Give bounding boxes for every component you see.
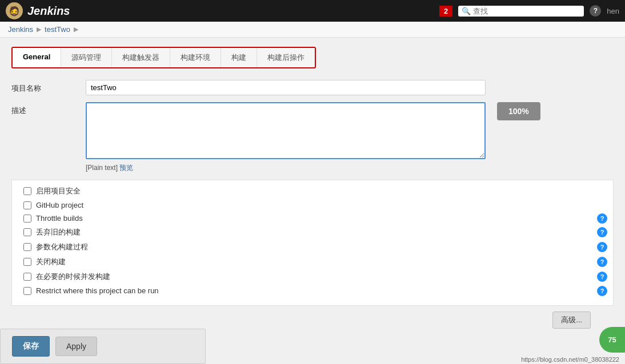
tabs-container: General 源码管理 构建触发器 构建环境 构建 构建后操作 (11, 47, 316, 68)
checkbox-throttle[interactable] (23, 215, 31, 223)
green-circle-badge: 75 (599, 327, 625, 349)
help-icon-throttle[interactable]: ? (597, 213, 607, 224)
checkbox-restrict[interactable] (23, 287, 31, 295)
advanced-button[interactable]: 高级... (552, 312, 591, 329)
tab-env[interactable]: 构建环境 (170, 48, 221, 67)
header: 🧔 Jenkins 2 🔍 ? hen (0, 0, 625, 22)
form-section: 项目名称 描述 [Plain text] 预览 100% 启用项 (11, 80, 614, 340)
preview-link[interactable]: 预览 (119, 164, 133, 172)
checkbox-row-4: 参数化构建过程 ? (12, 242, 613, 252)
main-content: General 源码管理 构建触发器 构建环境 构建 构建后操作 项目名称 描述 (0, 38, 625, 349)
search-icon: 🔍 (462, 7, 471, 15)
notification-badge[interactable]: 2 (439, 6, 452, 17)
project-name-row: 项目名称 (11, 80, 614, 95)
tab-post-build[interactable]: 构建后操作 (257, 48, 315, 67)
checkbox-label-5: 关闭构建 (36, 257, 66, 267)
checkbox-project-security[interactable] (23, 187, 31, 195)
plain-text-label: [Plain text] (86, 164, 118, 172)
bottom-bar: 保存 Apply (0, 329, 206, 349)
checkbox-label-7: Restrict where this project can be run (36, 286, 159, 295)
description-control: [Plain text] 预览 (86, 102, 486, 173)
breadcrumb-testtwo[interactable]: testTwo (45, 25, 70, 34)
checkbox-row-1: GitHub project (12, 201, 613, 209)
help-icon-restrict[interactable]: ? (597, 286, 607, 296)
checkbox-label-1: GitHub project (36, 201, 83, 209)
checkbox-label-6: 在必要的时候并发构建 (36, 272, 110, 282)
plain-text-row: [Plain text] 预览 (86, 163, 486, 173)
checkbox-label-3: 丢弃旧的构建 (36, 227, 81, 237)
description-input[interactable] (86, 102, 486, 159)
apply-button[interactable]: Apply (55, 337, 97, 349)
breadcrumb-jenkins[interactable]: Jenkins (8, 25, 33, 34)
checkbox-disable-build[interactable] (23, 258, 31, 266)
project-name-label: 项目名称 (11, 80, 86, 94)
jenkins-icon: 🧔 (6, 2, 23, 19)
help-icon-discard[interactable]: ? (597, 227, 607, 237)
checkbox-label-4: 参数化构建过程 (36, 242, 88, 252)
progress-pill: 100% (497, 102, 540, 120)
advanced-btn-row: 高级... (11, 312, 614, 329)
help-icon-concurrent[interactable]: ? (597, 272, 607, 282)
checkbox-row-3: 丢弃旧的构建 ? (12, 227, 613, 237)
tab-build[interactable]: 构建 (221, 48, 257, 67)
app-title: Jenkins (27, 5, 70, 18)
checkboxes-area: 启用项目安全 GitHub project Throttle builds ? … (11, 180, 614, 306)
project-name-input[interactable] (86, 80, 486, 95)
checkbox-github[interactable] (23, 201, 31, 209)
search-box: 🔍 (458, 6, 584, 17)
checkbox-parameterize[interactable] (23, 243, 31, 251)
checkbox-discard-old[interactable] (23, 228, 31, 236)
help-icon-parameterize[interactable]: ? (597, 242, 607, 252)
logo-area: 🧔 Jenkins (6, 2, 70, 19)
checkbox-row-2: Throttle builds ? (12, 214, 613, 223)
help-icon[interactable]: ? (590, 5, 601, 17)
checkbox-label-0: 启用项目安全 (36, 186, 81, 196)
tab-triggers[interactable]: 构建触发器 (112, 48, 170, 67)
checkbox-row-7: Restrict where this project can be run ? (12, 286, 613, 295)
description-label: 描述 (11, 102, 86, 116)
checkbox-row-0: 启用项目安全 (12, 186, 613, 196)
user-label: hen (607, 7, 619, 15)
checkbox-concurrent[interactable] (23, 273, 31, 281)
checkbox-row-5: 关闭构建 ? (12, 257, 613, 267)
breadcrumb-sep-2: ▶ (74, 26, 78, 33)
breadcrumb-sep-1: ▶ (37, 26, 41, 33)
search-input[interactable] (473, 7, 576, 15)
project-name-control (86, 80, 486, 95)
tab-source[interactable]: 源码管理 (61, 48, 112, 67)
breadcrumb: Jenkins ▶ testTwo ▶ (0, 22, 625, 38)
save-button[interactable]: 保存 (12, 336, 50, 349)
progress-area: 100% (497, 102, 540, 120)
tab-general[interactable]: General (13, 48, 61, 67)
checkbox-label-2: Throttle builds (36, 214, 83, 223)
description-row: 描述 [Plain text] 预览 100% (11, 102, 614, 173)
checkbox-row-6: 在必要的时候并发构建 ? (12, 272, 613, 282)
help-icon-disable[interactable]: ? (597, 257, 607, 267)
